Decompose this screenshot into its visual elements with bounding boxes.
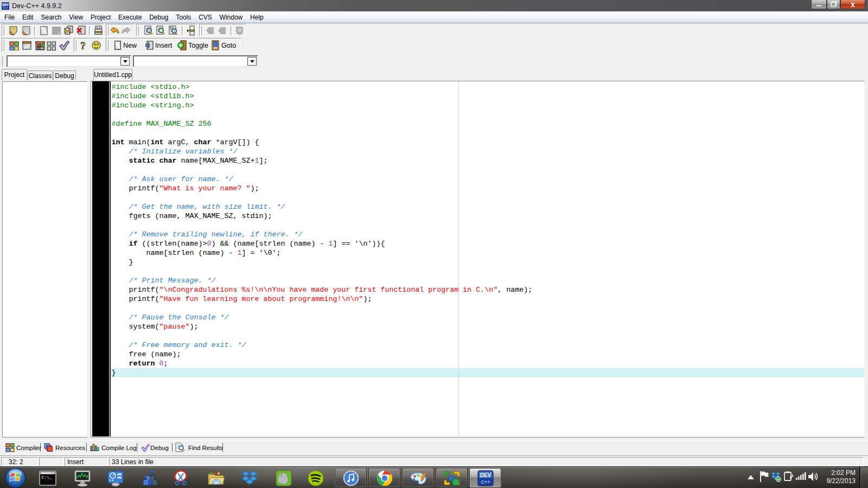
- svg-text:?: ?: [80, 40, 86, 52]
- svg-text:DEV: DEV: [480, 472, 492, 478]
- svg-text:C++: C++: [3, 7, 8, 9]
- svg-text:C++: C++: [481, 479, 490, 485]
- svg-text:x: x: [851, 0, 855, 8]
- svg-text:DEV: DEV: [2, 3, 9, 7]
- svg-text:C:\_: C:\_: [42, 475, 52, 480]
